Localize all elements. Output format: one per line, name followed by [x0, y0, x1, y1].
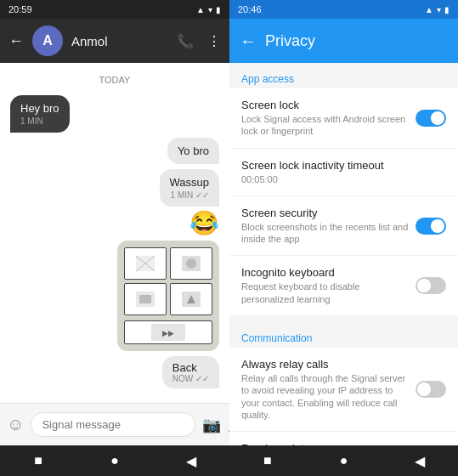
setting-text: Always relay calls Relay all calls throu… [241, 358, 409, 421]
section-label-app-access: App access [229, 63, 458, 88]
message-input[interactable] [31, 412, 195, 437]
divider [229, 315, 458, 322]
right-toolbar: ← Privacy [229, 19, 458, 63]
page-title: Privacy [265, 32, 315, 50]
toggle-always-relay[interactable] [416, 381, 446, 398]
chat-input-bar: ☺ 📷 🎤 + [0, 403, 229, 445]
setting-desc: 00:05:00 [241, 173, 446, 185]
message-time: 1 MIN [20, 116, 59, 126]
signal-icon: ▲ [196, 5, 205, 14]
right-panel: 20:46 ▲ ▾ ▮ ← Privacy App access Screen … [229, 0, 458, 476]
wifi-icon: ▾ [437, 5, 441, 14]
setting-incognito-keyboard[interactable]: Incognito keyboard Request keyboard to d… [229, 256, 458, 315]
setting-title: Always relay calls [241, 358, 409, 371]
frame-4 [170, 283, 212, 315]
nav-home-icon[interactable]: ● [102, 448, 127, 473]
message-text: Hey bro [20, 102, 59, 115]
back-button[interactable]: ← [240, 31, 257, 51]
camera-button[interactable]: 📷 [202, 416, 221, 434]
message-text: Back [172, 361, 209, 374]
date-divider: TODAY [10, 75, 219, 85]
message-text: Yo bro [178, 144, 209, 157]
battery-icon: ▮ [216, 5, 221, 14]
left-time: 20:59 [8, 4, 32, 14]
settings-group-app-access: Screen lock Lock Signal access with Andr… [229, 88, 458, 315]
received-bubble-heybro: Hey bro 1 MIN [10, 95, 70, 133]
setting-read-receipts[interactable]: Read receipts If read receipts are disab… [229, 432, 458, 445]
left-toolbar: ← A Anmol 📞 ⋮ [0, 19, 229, 63]
more-options-icon[interactable]: ⋮ [207, 33, 221, 49]
left-panel: 20:59 ▲ ▾ ▮ ← A Anmol 📞 ⋮ TODAY Hey bro … [0, 0, 229, 476]
sent-bubble-wassup: Wassup 1 MIN ✓✓ [160, 169, 219, 207]
setting-text: Incognito keyboard Request keyboard to d… [241, 266, 409, 305]
wifi-icon: ▾ [208, 5, 212, 14]
emoji-button[interactable]: ☺ [7, 415, 24, 434]
svg-rect-6 [139, 295, 151, 303]
frame-2 [170, 247, 212, 280]
battery-icon: ▮ [444, 5, 450, 14]
nav-back-icon[interactable]: ◀ [178, 448, 204, 473]
setting-title: Screen security [241, 207, 409, 219]
setting-screen-lock[interactable]: Screen lock Lock Signal access with Andr… [229, 88, 458, 149]
sent-bubble-back: Back NOW ✓✓ [162, 356, 219, 388]
toggle-incognito-keyboard[interactable] [416, 277, 446, 294]
setting-text: Screen security Block screenshots in the… [241, 207, 409, 246]
setting-text: Screen lock Lock Signal access with Andr… [241, 99, 409, 138]
setting-always-relay[interactable]: Always relay calls Relay all calls throu… [229, 348, 458, 432]
setting-title: Screen lock inactivity timeout [241, 159, 446, 172]
right-nav-bar: ■ ● ◀ [229, 445, 458, 476]
sent-emoji: 😂 [189, 212, 219, 235]
frames-grid [124, 247, 212, 315]
back-button[interactable]: ← [8, 32, 24, 50]
setting-text: Screen lock inactivity timeout 00:05:00 [241, 159, 446, 185]
nav-stop-icon[interactable]: ■ [25, 448, 51, 473]
toggle-screen-security[interactable] [416, 218, 446, 235]
setting-desc: Block screenshots in the recents list an… [241, 221, 409, 246]
left-nav-bar: ■ ● ◀ [0, 445, 229, 476]
setting-desc: Relay all calls through the Signal serve… [241, 372, 409, 421]
setting-desc: Lock Signal access with Android screen l… [241, 113, 409, 138]
chat-body: TODAY Hey bro 1 MIN Yo bro Wassup 1 MIN … [0, 63, 229, 403]
frame-3 [124, 283, 167, 315]
toggle-screen-lock[interactable] [416, 110, 446, 127]
right-time: 20:46 [238, 4, 262, 14]
message-time: 1 MIN ✓✓ [170, 190, 209, 200]
right-status-bar: 20:46 ▲ ▾ ▮ [229, 0, 458, 19]
nav-stop-icon[interactable]: ■ [255, 448, 280, 473]
svg-text:▶▶: ▶▶ [162, 329, 174, 337]
nav-home-icon[interactable]: ● [331, 448, 356, 473]
left-status-icons: ▲ ▾ ▮ [196, 5, 221, 14]
setting-title: Incognito keyboard [241, 266, 409, 279]
phone-icon[interactable]: 📞 [177, 33, 194, 49]
settings-content: App access Screen lock Lock Signal acces… [229, 63, 458, 445]
left-status-bar: 20:59 ▲ ▾ ▮ [0, 0, 229, 19]
contact-name[interactable]: Anmol [71, 34, 177, 48]
signal-icon: ▲ [425, 5, 433, 14]
sent-image-bubble: ▶▶ [117, 241, 219, 351]
frame-bottom: ▶▶ [124, 320, 212, 344]
avatar: A [32, 26, 63, 56]
message-time: NOW ✓✓ [172, 374, 209, 383]
section-label-communication: Communication [229, 322, 458, 348]
frame-1 [124, 247, 167, 280]
image-inner: ▶▶ [117, 241, 219, 351]
svg-point-4 [186, 258, 196, 269]
toolbar-icons: 📞 ⋮ [177, 33, 221, 49]
sent-bubble-yobro: Yo bro [167, 138, 219, 164]
message-text: Wassup [170, 176, 209, 189]
nav-back-icon[interactable]: ◀ [407, 448, 433, 473]
setting-title: Screen lock [241, 99, 409, 111]
setting-desc: Request keyboard to disable personalized… [241, 280, 409, 305]
setting-screen-lock-timeout[interactable]: Screen lock inactivity timeout 00:05:00 [229, 149, 458, 196]
settings-group-communication: Always relay calls Relay all calls throu… [229, 348, 458, 445]
right-status-icons: ▲ ▾ ▮ [425, 5, 450, 14]
setting-screen-security[interactable]: Screen security Block screenshots in the… [229, 196, 458, 257]
